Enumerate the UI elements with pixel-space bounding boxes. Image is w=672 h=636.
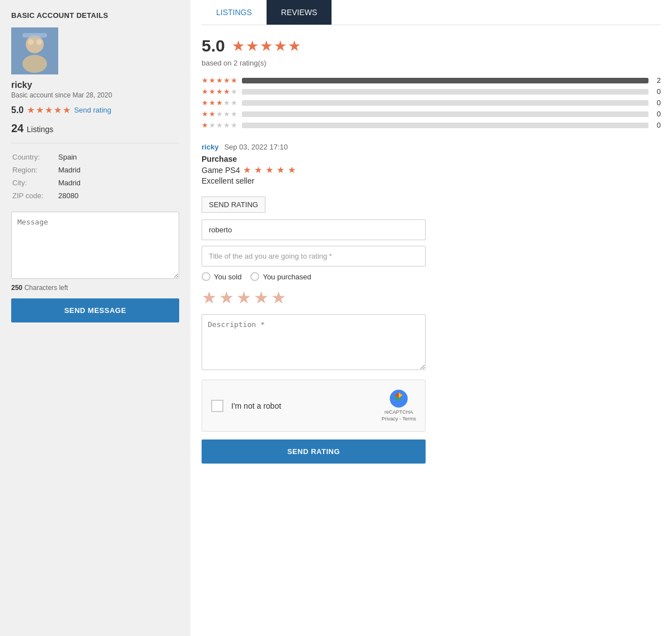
input-star-2[interactable]: ★ (219, 288, 234, 307)
send-rating-button[interactable]: SEND RATING (202, 439, 426, 464)
avatar (11, 27, 58, 74)
rating-score: 5.0 (11, 105, 24, 115)
recaptcha-icon (389, 389, 408, 408)
svg-point-2 (22, 55, 47, 73)
info-table: Country: Spain Region: Madrid City: Madr… (11, 150, 179, 203)
radio-you-purchased[interactable]: You purchased (250, 272, 311, 281)
radio-circle-sold (202, 272, 211, 281)
review-product-name: Game PS4 (202, 166, 240, 175)
sidebar: BASIC ACCOUNT DETAILS ricky Basic accoun… (0, 0, 190, 636)
radio-row: You sold You purchased (202, 272, 426, 281)
radio-circle-purchased (250, 272, 259, 281)
bar-count-3: 0 (653, 99, 661, 107)
send-rating-link[interactable]: Send rating (74, 106, 111, 114)
bar-track-4 (242, 89, 648, 95)
star-4: ★ (54, 105, 62, 115)
bar-row-2: ★ ★ ★ ★ ★ 0 (202, 110, 661, 118)
bar-track-2 (242, 111, 648, 117)
bar-track-5 (242, 78, 648, 83)
rating-stars: ★ ★ ★ ★ ★ (27, 105, 71, 115)
review-date: Sep 03, 2022 17:10 (224, 143, 288, 151)
info-row-city: City: Madrid (12, 177, 178, 189)
avatar-image (11, 27, 58, 74)
review-item: ricky Sep 03, 2022 17:10 Purchase Game P… (202, 143, 661, 185)
tabs: LISTINGS REVIEWS (202, 0, 661, 25)
rating-username-input[interactable] (202, 219, 426, 240)
bar-stars-3: ★ ★ ★ ★ ★ (202, 99, 237, 107)
bar-count-1: 0 (653, 121, 661, 129)
rating-row: 5.0 ★ ★ ★ ★ ★ Send rating (11, 105, 179, 115)
input-star-4[interactable]: ★ (254, 288, 269, 307)
captcha-checkbox[interactable] (211, 400, 223, 412)
bar-row-5: ★ ★ ★ ★ ★ 2 (202, 76, 661, 85)
review-product: Game PS4 ★ ★ ★ ★ ★ (202, 165, 661, 175)
svg-point-4 (28, 39, 34, 45)
send-message-button[interactable]: SEND MESSAGE (11, 298, 179, 322)
bar-row-3: ★ ★ ★ ★ ★ 0 (202, 99, 661, 107)
svg-point-5 (36, 39, 42, 45)
tab-reviews[interactable]: REVIEWS (267, 0, 332, 25)
input-star-3[interactable]: ★ (236, 288, 251, 307)
sidebar-title: BASIC ACCOUNT DETAILS (11, 11, 179, 20)
bar-track-1 (242, 123, 648, 128)
reviews-header: 5.0 ★ ★ ★ ★ ★ (202, 36, 661, 55)
country-value: Spain (58, 151, 178, 163)
zip-label: ZIP code: (12, 190, 57, 202)
info-row-region: Region: Madrid (12, 164, 178, 176)
rating-bars: ★ ★ ★ ★ ★ 2 ★ ★ ★ ★ ★ (202, 76, 661, 129)
star-2: ★ (36, 105, 44, 115)
you-sold-label: You sold (214, 273, 241, 281)
chars-left-label: Characters left (24, 284, 68, 292)
svg-rect-3 (22, 33, 47, 38)
bar-count-5: 2 (653, 76, 661, 85)
bar-fill-5 (242, 78, 648, 83)
tab-listings[interactable]: LISTINGS (202, 0, 267, 25)
bar-track-3 (242, 100, 648, 106)
bar-stars-4: ★ ★ ★ ★ ★ (202, 87, 237, 96)
you-purchased-label: You purchased (263, 273, 311, 281)
bar-stars-2: ★ ★ ★ ★ ★ (202, 110, 237, 118)
region-label: Region: (12, 164, 57, 176)
username: ricky (11, 80, 179, 90)
bar-count-4: 0 (653, 87, 661, 96)
listings-count: 24 Listings (11, 122, 179, 135)
overall-star-1: ★ (232, 38, 245, 55)
review-comment: Excellent seller (202, 176, 661, 185)
description-input[interactable] (202, 314, 426, 370)
svg-point-1 (26, 35, 44, 53)
city-label: City: (12, 177, 57, 189)
overall-star-2: ★ (246, 38, 259, 55)
rating-ad-title-input[interactable] (202, 246, 426, 266)
send-rating-form-header: SEND RATING (202, 197, 265, 213)
star-5: ★ (63, 105, 71, 115)
overall-star-3: ★ (260, 38, 273, 55)
divider-1 (11, 143, 179, 143)
reviewer-name: ricky (202, 143, 218, 151)
radio-you-sold[interactable]: You sold (202, 272, 241, 281)
review-meta: ricky Sep 03, 2022 17:10 (202, 143, 661, 151)
captcha-label: I'm not a robot (231, 401, 374, 410)
listings-label: Listings (27, 125, 53, 134)
bar-stars-5: ★ ★ ★ ★ ★ (202, 76, 237, 85)
bar-row-1: ★ ★ ★ ★ ★ 0 (202, 121, 661, 129)
overall-stars: ★ ★ ★ ★ ★ (232, 38, 301, 55)
overall-star-4: ★ (274, 38, 287, 55)
info-row-country: Country: Spain (12, 151, 178, 163)
bar-row-4: ★ ★ ★ ★ ★ 0 (202, 87, 661, 96)
input-star-5[interactable]: ★ (271, 288, 286, 307)
rating-stars-input[interactable]: ★ ★ ★ ★ ★ (202, 288, 426, 307)
country-label: Country: (12, 151, 57, 163)
region-value: Madrid (58, 164, 178, 176)
bar-stars-1: ★ ★ ★ ★ ★ (202, 121, 237, 129)
captcha-brand-text: reCAPTCHA Privacy - Terms (381, 409, 416, 422)
input-star-1[interactable]: ★ (202, 288, 217, 307)
message-input[interactable] (11, 212, 179, 279)
review-type: Purchase (202, 155, 661, 163)
chars-left: 250 Characters left (11, 284, 179, 292)
captcha-box: I'm not a robot reCAPTCHA Privacy - Term… (202, 380, 426, 432)
overall-score: 5.0 (202, 36, 225, 55)
send-rating-form: SEND RATING You sold You purchased ★ ★ ★… (202, 197, 426, 464)
captcha-logo: reCAPTCHA Privacy - Terms (381, 389, 416, 422)
account-since: Basic account since Mar 28, 2020 (11, 91, 179, 99)
overall-star-5: ★ (288, 38, 301, 55)
